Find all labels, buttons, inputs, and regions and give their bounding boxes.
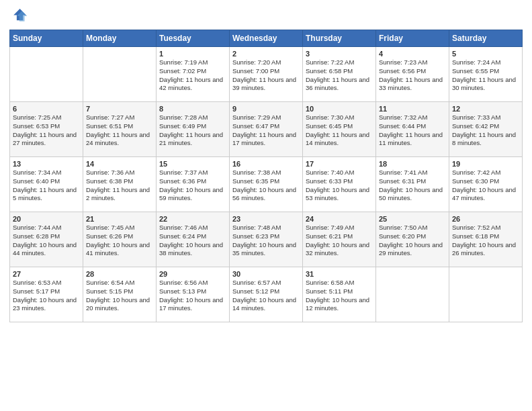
- day-number: 12: [452, 105, 519, 113]
- day-cell: 18Sunrise: 7:41 AM Sunset: 6:31 PM Dayli…: [376, 157, 449, 212]
- day-cell: 30Sunrise: 6:57 AM Sunset: 5:12 PM Dayli…: [230, 267, 303, 322]
- week-row-2: 6Sunrise: 7:25 AM Sunset: 6:53 PM Daylig…: [10, 102, 523, 157]
- day-cell: 17Sunrise: 7:40 AM Sunset: 6:33 PM Dayli…: [303, 157, 376, 212]
- header-cell-thursday: Thursday: [303, 30, 376, 47]
- day-info: Sunrise: 7:19 AM Sunset: 7:02 PM Dayligh…: [159, 58, 226, 93]
- day-number: 11: [379, 105, 446, 113]
- day-number: 27: [13, 270, 80, 278]
- day-cell: 27Sunrise: 6:53 AM Sunset: 5:17 PM Dayli…: [10, 267, 83, 322]
- day-cell: 19Sunrise: 7:42 AM Sunset: 6:30 PM Dayli…: [449, 157, 523, 212]
- day-cell: [83, 47, 157, 102]
- day-cell: 8Sunrise: 7:28 AM Sunset: 6:49 PM Daylig…: [157, 102, 230, 157]
- day-cell: 14Sunrise: 7:36 AM Sunset: 6:38 PM Dayli…: [83, 157, 157, 212]
- header-cell-saturday: Saturday: [449, 30, 523, 47]
- day-cell: 9Sunrise: 7:29 AM Sunset: 6:47 PM Daylig…: [230, 102, 303, 157]
- day-number: 29: [159, 270, 226, 278]
- day-number: 28: [86, 270, 153, 278]
- day-info: Sunrise: 7:41 AM Sunset: 6:31 PM Dayligh…: [379, 169, 446, 203]
- day-cell: 24Sunrise: 7:49 AM Sunset: 6:21 PM Dayli…: [303, 212, 376, 267]
- day-number: 24: [306, 215, 373, 223]
- day-cell: 5Sunrise: 7:24 AM Sunset: 6:55 PM Daylig…: [449, 47, 523, 102]
- day-info: Sunrise: 7:33 AM Sunset: 6:42 PM Dayligh…: [452, 113, 519, 148]
- day-number: 20: [13, 215, 80, 223]
- day-info: Sunrise: 7:44 AM Sunset: 6:28 PM Dayligh…: [13, 224, 80, 258]
- day-info: Sunrise: 7:45 AM Sunset: 6:26 PM Dayligh…: [86, 224, 153, 258]
- day-cell: 29Sunrise: 6:56 AM Sunset: 5:13 PM Dayli…: [157, 267, 230, 322]
- day-info: Sunrise: 7:42 AM Sunset: 6:30 PM Dayligh…: [452, 169, 519, 203]
- day-number: 4: [379, 50, 446, 58]
- day-cell: 15Sunrise: 7:37 AM Sunset: 6:36 PM Dayli…: [157, 157, 230, 212]
- day-number: 19: [452, 160, 519, 168]
- day-info: Sunrise: 7:30 AM Sunset: 6:45 PM Dayligh…: [306, 113, 373, 148]
- day-number: 23: [232, 215, 300, 223]
- day-cell: 16Sunrise: 7:38 AM Sunset: 6:35 PM Dayli…: [230, 157, 303, 212]
- day-info: Sunrise: 7:50 AM Sunset: 6:20 PM Dayligh…: [379, 224, 446, 258]
- day-cell: 31Sunrise: 6:58 AM Sunset: 5:11 PM Dayli…: [303, 267, 376, 322]
- day-number: 26: [452, 215, 519, 223]
- day-cell: 1Sunrise: 7:19 AM Sunset: 7:02 PM Daylig…: [157, 47, 230, 102]
- day-info: Sunrise: 7:29 AM Sunset: 6:47 PM Dayligh…: [232, 113, 300, 148]
- day-cell: 26Sunrise: 7:52 AM Sunset: 6:18 PM Dayli…: [449, 212, 523, 267]
- day-number: 1: [159, 50, 226, 58]
- day-info: Sunrise: 6:58 AM Sunset: 5:11 PM Dayligh…: [306, 279, 373, 313]
- calendar-table: SundayMondayTuesdayWednesdayThursdayFrid…: [9, 30, 523, 322]
- day-info: Sunrise: 7:37 AM Sunset: 6:36 PM Dayligh…: [159, 169, 226, 203]
- header-row: SundayMondayTuesdayWednesdayThursdayFrid…: [10, 30, 523, 47]
- day-info: Sunrise: 7:34 AM Sunset: 6:40 PM Dayligh…: [13, 169, 80, 203]
- day-info: Sunrise: 7:32 AM Sunset: 6:44 PM Dayligh…: [379, 113, 446, 148]
- day-number: 18: [379, 160, 446, 168]
- day-number: 6: [13, 105, 80, 113]
- day-number: 13: [13, 160, 80, 168]
- day-info: Sunrise: 7:20 AM Sunset: 7:00 PM Dayligh…: [232, 58, 300, 93]
- day-info: Sunrise: 7:52 AM Sunset: 6:18 PM Dayligh…: [452, 224, 519, 258]
- day-cell: [376, 267, 449, 322]
- logo-icon: [9, 7, 28, 26]
- day-cell: 21Sunrise: 7:45 AM Sunset: 6:26 PM Dayli…: [83, 212, 157, 267]
- day-cell: 25Sunrise: 7:50 AM Sunset: 6:20 PM Dayli…: [376, 212, 449, 267]
- header-cell-friday: Friday: [376, 30, 449, 47]
- day-cell: 13Sunrise: 7:34 AM Sunset: 6:40 PM Dayli…: [10, 157, 83, 212]
- day-info: Sunrise: 7:23 AM Sunset: 6:56 PM Dayligh…: [379, 58, 446, 93]
- day-cell: 12Sunrise: 7:33 AM Sunset: 6:42 PM Dayli…: [449, 102, 523, 157]
- logo: [9, 7, 31, 26]
- day-info: Sunrise: 7:36 AM Sunset: 6:38 PM Dayligh…: [86, 169, 153, 203]
- day-number: 10: [306, 105, 373, 113]
- day-info: Sunrise: 7:27 AM Sunset: 6:51 PM Dayligh…: [86, 113, 153, 148]
- day-info: Sunrise: 7:40 AM Sunset: 6:33 PM Dayligh…: [306, 169, 373, 203]
- day-cell: 2Sunrise: 7:20 AM Sunset: 7:00 PM Daylig…: [230, 47, 303, 102]
- week-row-4: 20Sunrise: 7:44 AM Sunset: 6:28 PM Dayli…: [10, 212, 523, 267]
- day-number: 8: [159, 105, 226, 113]
- day-cell: 3Sunrise: 7:22 AM Sunset: 6:58 PM Daylig…: [303, 47, 376, 102]
- header-cell-tuesday: Tuesday: [157, 30, 230, 47]
- day-cell: 22Sunrise: 7:46 AM Sunset: 6:24 PM Dayli…: [157, 212, 230, 267]
- day-cell: 28Sunrise: 6:54 AM Sunset: 5:15 PM Dayli…: [83, 267, 157, 322]
- day-number: 16: [232, 160, 300, 168]
- day-info: Sunrise: 7:28 AM Sunset: 6:49 PM Dayligh…: [159, 113, 226, 148]
- day-cell: 4Sunrise: 7:23 AM Sunset: 6:56 PM Daylig…: [376, 47, 449, 102]
- week-row-3: 13Sunrise: 7:34 AM Sunset: 6:40 PM Dayli…: [10, 157, 523, 212]
- day-number: 9: [232, 105, 300, 113]
- day-info: Sunrise: 6:56 AM Sunset: 5:13 PM Dayligh…: [159, 279, 226, 313]
- week-row-1: 1Sunrise: 7:19 AM Sunset: 7:02 PM Daylig…: [10, 47, 523, 102]
- day-info: Sunrise: 6:57 AM Sunset: 5:12 PM Dayligh…: [232, 279, 300, 313]
- page: SundayMondayTuesdayWednesdayThursdayFrid…: [0, 0, 532, 329]
- header-cell-wednesday: Wednesday: [230, 30, 303, 47]
- day-cell: 23Sunrise: 7:48 AM Sunset: 6:23 PM Dayli…: [230, 212, 303, 267]
- day-cell: 10Sunrise: 7:30 AM Sunset: 6:45 PM Dayli…: [303, 102, 376, 157]
- day-cell: 6Sunrise: 7:25 AM Sunset: 6:53 PM Daylig…: [10, 102, 83, 157]
- day-number: 21: [86, 215, 153, 223]
- day-number: 7: [86, 105, 153, 113]
- day-info: Sunrise: 6:54 AM Sunset: 5:15 PM Dayligh…: [86, 279, 153, 313]
- day-number: 22: [159, 215, 226, 223]
- day-info: Sunrise: 7:38 AM Sunset: 6:35 PM Dayligh…: [232, 169, 300, 203]
- day-info: Sunrise: 7:49 AM Sunset: 6:21 PM Dayligh…: [306, 224, 373, 258]
- week-row-5: 27Sunrise: 6:53 AM Sunset: 5:17 PM Dayli…: [10, 267, 523, 322]
- day-cell: 11Sunrise: 7:32 AM Sunset: 6:44 PM Dayli…: [376, 102, 449, 157]
- day-number: 30: [232, 270, 300, 278]
- day-number: 15: [159, 160, 226, 168]
- day-cell: 20Sunrise: 7:44 AM Sunset: 6:28 PM Dayli…: [10, 212, 83, 267]
- day-number: 31: [306, 270, 373, 278]
- day-info: Sunrise: 7:48 AM Sunset: 6:23 PM Dayligh…: [232, 224, 300, 258]
- day-info: Sunrise: 6:53 AM Sunset: 5:17 PM Dayligh…: [13, 279, 80, 313]
- day-info: Sunrise: 7:46 AM Sunset: 6:24 PM Dayligh…: [159, 224, 226, 258]
